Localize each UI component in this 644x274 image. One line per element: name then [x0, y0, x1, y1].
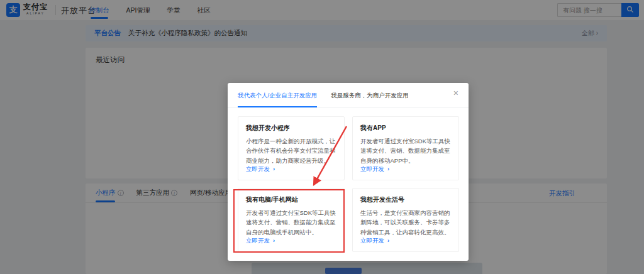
chevron-right-icon: ›	[387, 165, 389, 172]
develop-now-link[interactable]: 立即开发›	[246, 165, 336, 173]
alipay-open-platform-page: 支 支付宝 ALIPAY 开放平台 控制台 API管理 学堂 社区 平台公告 关…	[0, 0, 644, 274]
card-title: 我有APP	[360, 124, 451, 133]
close-icon[interactable]: ×	[451, 87, 461, 99]
modal-card-grid: 我想开发小程序 小程序是一种全新的开放模式，让合作伙伴有机会分享支付宝流量和商业…	[238, 116, 459, 252]
card-pc-mobile-website[interactable]: 我有电脑/手机网站 开发者可通过支付宝SDK等工具快速将支付、营销、数据能力集成…	[238, 188, 345, 252]
card-title: 我想开发生活号	[360, 195, 451, 204]
chevron-right-icon: ›	[273, 165, 275, 172]
modal-tab-self-develop[interactable]: 我代表个人/企业自主开发应用	[238, 83, 317, 107]
develop-now-link[interactable]: 立即开发›	[360, 165, 451, 173]
modal-tab-bar: 我代表个人/企业自主开发应用 我是服务商，为商户开发应用 ×	[228, 83, 469, 107]
card-lifestyle-account[interactable]: 我想开发生活号 生活号，是支付宝商家内容营销的新阵地，可以关联服务、卡券等多种营…	[352, 188, 459, 252]
chevron-right-icon: ›	[387, 237, 389, 244]
create-application-modal: 我代表个人/企业自主开发应用 我是服务商，为商户开发应用 × 我想开发小程序 小…	[228, 83, 469, 261]
card-description: 生活号，是支付宝商家内容营销的新阵地，可以关联服务、卡券等多种营销工具，让内容转…	[360, 208, 451, 237]
card-description: 开发者可通过支付宝SDK等工具快速将支付、营销、数据能力集成至自身的电脑或手机网…	[246, 208, 336, 237]
card-mini-program[interactable]: 我想开发小程序 小程序是一种全新的开放模式，让合作伙伴有机会分享支付宝流量和商业…	[238, 116, 345, 180]
card-description: 小程序是一种全新的开放模式，让合作伙伴有机会分享支付宝流量和商业能力，助力商家经…	[246, 136, 336, 165]
card-title: 我有电脑/手机网站	[246, 195, 336, 204]
chevron-right-icon: ›	[273, 237, 275, 244]
develop-now-link[interactable]: 立即开发›	[246, 237, 336, 245]
card-app[interactable]: 我有APP 开发者可通过支付宝SDK等工具快速将支付、营销、数据能力集成至自身的…	[352, 116, 459, 180]
modal-tab-service-provider[interactable]: 我是服务商，为商户开发应用	[331, 83, 409, 107]
card-description: 开发者可通过支付宝SDK等工具快速将支付、营销、数据能力集成至自身的移动APP中…	[360, 136, 451, 165]
develop-now-link[interactable]: 立即开发›	[360, 237, 451, 245]
card-title: 我想开发小程序	[246, 124, 336, 133]
